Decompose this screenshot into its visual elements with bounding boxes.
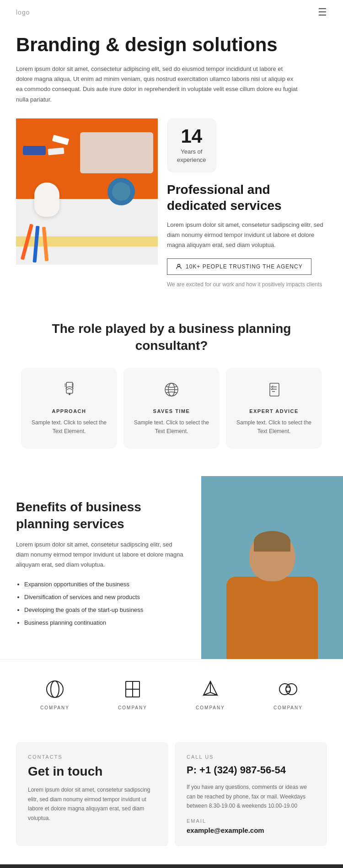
person-body: [222, 531, 322, 659]
benefits-image: [201, 476, 343, 659]
consultant-title: The role played by a business planning c…: [16, 321, 327, 354]
svg-point-16: [286, 684, 297, 695]
logo-icon-1: [40, 678, 70, 703]
services-title: Professional and dedicated services: [167, 182, 327, 214]
benefits-list: Expansion opportunities of the business …: [16, 579, 185, 628]
card-expert-advice: EXPERT ADVICE Sample text. Click to sele…: [226, 368, 322, 449]
list-item: Developing the goals of the start-up bus…: [24, 605, 185, 615]
person-shirt: [226, 577, 318, 659]
logo-icon-4: [273, 678, 303, 703]
contact-title: Get in touch: [28, 764, 156, 779]
svg-point-17: [286, 687, 290, 691]
eraser2: [48, 147, 64, 155]
office-scene: [16, 118, 158, 265]
header: logo ☰: [0, 0, 343, 25]
company-label-4: COMPANY: [273, 705, 303, 710]
contacts-section: CONTACTS Get in touch Lorem ipsum dolor …: [0, 729, 343, 864]
svg-point-2: [69, 393, 70, 395]
company-logo-3: COMPANY: [196, 678, 225, 710]
card-approach-title: APPROACH: [29, 408, 109, 414]
globe-icon: [132, 380, 211, 402]
logo-icon-2: [118, 678, 147, 703]
right-content: 14 Years of experience Professional and …: [167, 118, 327, 289]
company-label-3: COMPANY: [196, 705, 225, 710]
two-col-section: 14 Years of experience Professional and …: [0, 118, 343, 303]
card-saves-time: SAVES TIME Sample text. Click to select …: [123, 368, 220, 449]
company-logo-4: COMPANY: [273, 678, 303, 710]
cards-row: APPROACH Sample text. Click to select th…: [16, 368, 327, 449]
card-approach-text: Sample text. Click to select the Text El…: [29, 418, 109, 436]
card-saves-time-text: Sample text. Click to select the Text El…: [132, 418, 211, 436]
call-label: CALL US: [187, 754, 315, 760]
hero-section: Branding & design solutions Lorem ipsum …: [0, 25, 343, 118]
phone-number: P: +1 (324) 987-56-54: [187, 764, 315, 776]
benefits-section: Benefits of business planning services L…: [0, 476, 343, 659]
svg-rect-6: [270, 383, 279, 396]
contacts-label: CONTACTS: [28, 754, 156, 760]
benefits-left: Benefits of business planning services L…: [0, 476, 201, 659]
trust-note: We are excited for our work and how it p…: [167, 280, 327, 289]
hero-description: Lorem ipsum dolor sit amet, consectetur …: [16, 64, 300, 104]
benefits-title: Benefits of business planning services: [16, 499, 185, 532]
checklist-icon: [234, 380, 314, 402]
logos-section: COMPANY COMPANY COMPANY: [0, 659, 343, 729]
services-description: Lorem ipsum dolor sit amet, consetetur s…: [167, 220, 327, 250]
keyboard: [80, 132, 153, 173]
contact-right: CALL US P: +1 (324) 987-56-54 If you hav…: [175, 742, 327, 846]
email-address: example@example.com: [187, 826, 315, 834]
email-label: EMAIL: [187, 818, 315, 824]
card-saves-time-title: SAVES TIME: [132, 408, 211, 414]
person-scene: [201, 476, 343, 659]
tape: [107, 178, 135, 205]
office-image: [16, 118, 158, 265]
contact-left: CONTACTS Get in touch Lorem ipsum dolor …: [16, 742, 168, 846]
svg-point-0: [177, 264, 180, 267]
years-number: 14: [177, 127, 206, 146]
list-item: Diversification of services and new prod…: [24, 592, 185, 602]
list-item: Business planning continuation: [24, 618, 185, 628]
company-label-2: COMPANY: [118, 705, 147, 710]
company-logo-2: COMPANY: [118, 678, 147, 710]
person-icon: [176, 263, 182, 270]
years-badge: 14 Years of experience: [167, 118, 216, 172]
svg-point-11: [51, 681, 59, 697]
svg-rect-1: [66, 382, 73, 393]
svg-point-10: [47, 681, 63, 697]
call-description: If you have any questions, comments or i…: [187, 782, 315, 810]
consultant-section: The role played by a business planning c…: [0, 302, 343, 476]
svg-point-15: [279, 684, 290, 695]
benefits-description: Lorem ipsum dolor sit amet, consetetur s…: [16, 540, 185, 570]
card-expert-advice-text: Sample text. Click to select the Text El…: [234, 418, 314, 436]
mouse: [34, 182, 59, 217]
footer: Sample text. Click to select the Text El…: [0, 864, 343, 868]
logo: logo: [16, 9, 30, 16]
menu-icon[interactable]: ☰: [318, 6, 327, 18]
contact-description: Lorem ipsum dolor sit amet, consetetur s…: [28, 785, 156, 823]
card-approach: APPROACH Sample text. Click to select th…: [21, 368, 117, 449]
list-item: Expansion opportunities of the business: [24, 579, 185, 589]
page-title: Branding & design solutions: [16, 34, 327, 56]
trust-button[interactable]: 10K+ PEOPLE TRUSTING THE AGENCY: [167, 258, 311, 275]
company-logo-1: COMPANY: [40, 678, 70, 710]
stapler: [23, 146, 46, 155]
card-expert-advice-title: EXPERT ADVICE: [234, 408, 314, 414]
mobile-icon: [29, 380, 109, 402]
years-label: Years of experience: [177, 148, 206, 164]
person-head: [249, 531, 295, 581]
logo-icon-3: [196, 678, 225, 703]
company-label-1: COMPANY: [40, 705, 70, 710]
